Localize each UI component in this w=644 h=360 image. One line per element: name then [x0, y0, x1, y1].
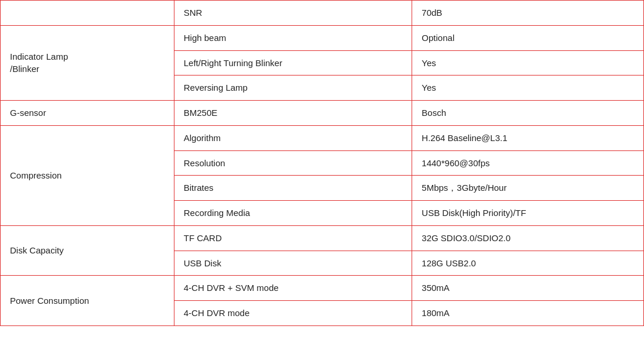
feature-cell: BM250E	[174, 101, 412, 126]
feature-cell: TF CARD	[174, 225, 412, 251]
value-cell: 350mA	[412, 276, 644, 301]
feature-cell: Algorithm	[174, 125, 412, 150]
category-cell	[1, 1, 174, 26]
table-row: Disk CapacityTF CARD32G SDIO3.0/SDIO2.0	[1, 225, 644, 251]
feature-cell: USB Disk	[174, 251, 412, 276]
spec-table: SNR70dBIndicator Lamp/BlinkerHigh beamOp…	[0, 0, 644, 326]
category-cell: Compression	[1, 125, 174, 225]
feature-cell: 4-CH DVR mode	[174, 301, 412, 326]
feature-cell: High beam	[174, 25, 412, 50]
category-cell: Indicator Lamp/Blinker	[1, 25, 174, 100]
table-row: Indicator Lamp/BlinkerHigh beamOptional	[1, 25, 644, 50]
table-row: G-sensorBM250EBosch	[1, 101, 644, 126]
value-cell: Optional	[412, 25, 644, 50]
value-cell: 128G USB2.0	[412, 251, 644, 276]
value-cell: Yes	[412, 76, 644, 101]
category-cell: G-sensor	[1, 101, 174, 126]
feature-cell: SNR	[174, 1, 412, 26]
table-row: CompressionAlgorithmH.264 Baseline@L3.1	[1, 125, 644, 150]
feature-cell: Recording Media	[174, 201, 412, 226]
feature-cell: Resolution	[174, 150, 412, 176]
table-row: SNR70dB	[1, 1, 644, 26]
value-cell: Yes	[412, 50, 644, 76]
spec-table-wrapper: SNR70dBIndicator Lamp/BlinkerHigh beamOp…	[0, 0, 644, 360]
value-cell: Bosch	[412, 101, 644, 126]
feature-cell: Reversing Lamp	[174, 76, 412, 101]
category-cell: Disk Capacity	[1, 225, 174, 276]
value-cell: 32G SDIO3.0/SDIO2.0	[412, 225, 644, 251]
category-cell: Power Consumption	[1, 276, 174, 326]
value-cell: 5Mbps，3Gbyte/Hour	[412, 176, 644, 201]
table-row: Power Consumption4-CH DVR + SVM mode350m…	[1, 276, 644, 301]
value-cell: 1440*960@30fps	[412, 150, 644, 176]
value-cell: H.264 Baseline@L3.1	[412, 125, 644, 150]
value-cell: 180mA	[412, 301, 644, 326]
value-cell: USB Disk(High Priority)/TF	[412, 201, 644, 226]
feature-cell: 4-CH DVR + SVM mode	[174, 276, 412, 301]
feature-cell: Bitrates	[174, 176, 412, 201]
value-cell: 70dB	[412, 1, 644, 26]
feature-cell: Left/Right Turning Blinker	[174, 50, 412, 76]
